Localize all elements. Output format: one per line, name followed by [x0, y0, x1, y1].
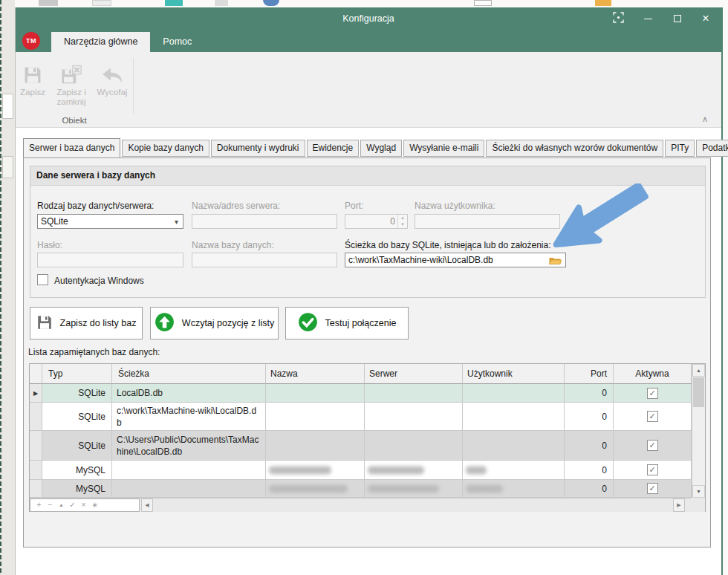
windows-auth-checkbox[interactable]	[37, 274, 48, 285]
username-label: Nazwa użytkownika:	[415, 201, 495, 211]
background-taskbar-icon	[39, 0, 58, 6]
sqlite-path-input[interactable]	[345, 253, 565, 267]
save-to-list-button[interactable]: Zapisz do listy baz	[30, 307, 143, 340]
scroll-up-button[interactable]: ▲	[692, 364, 705, 377]
ribbon-group-separator	[133, 58, 134, 114]
password-input	[37, 253, 183, 267]
ribbon-tabs: Narzędzia główne Pomoc	[51, 32, 204, 52]
db-type-value: SQLite	[38, 216, 68, 227]
window: Konfiguracja × TM Narzędzia główne Pomoc	[15, 7, 723, 575]
tab-serwer-i-baza-danych[interactable]: Serwer i baza danych	[23, 138, 120, 157]
tab-pity[interactable]: PITy	[665, 140, 695, 157]
browse-folder-button[interactable]	[548, 255, 563, 265]
collapse-ribbon-chevron-icon[interactable]: ∧	[702, 115, 708, 123]
active-checkbox[interactable]: ✓	[647, 483, 658, 494]
server-label: Nazwa/adres serwera:	[192, 201, 280, 211]
active-checkbox[interactable]: ✓	[647, 440, 658, 451]
chevron-down-icon: ▾	[175, 218, 183, 226]
ribbon-tab-pomoc[interactable]: Pomoc	[150, 32, 204, 52]
redacted-text	[368, 484, 439, 493]
dbname-label: Nazwa bazy danych:	[192, 240, 274, 250]
dbname-input	[192, 253, 337, 267]
background-window-fragment	[2, 94, 13, 119]
db-navigator: + − ▲ ✓ × ∗	[30, 498, 140, 512]
test-connection-label: Testuj połączenie	[325, 318, 397, 328]
grid-header-row: Typ Ścieżka Nazwa Serwer Użytkownik Port…	[30, 364, 705, 384]
windows-auth-label: Autentykacja Windows	[54, 276, 144, 286]
close-button[interactable]: ×	[693, 7, 718, 30]
background-taskbar-icon	[165, 0, 183, 6]
ribbon-tab-narzedzia-glowne[interactable]: Narzędzia główne	[51, 32, 150, 52]
tab-wyglad[interactable]: Wygląd	[360, 140, 402, 157]
focus-mode-button[interactable]	[605, 7, 631, 30]
save-icon	[23, 62, 42, 88]
scroll-right-button[interactable]: ▶	[673, 498, 685, 512]
active-checkbox[interactable]: ✓	[647, 411, 658, 422]
post-edit-button[interactable]: ✓	[67, 499, 78, 511]
green-check-icon	[298, 312, 318, 334]
save-and-close-button[interactable]: Zapisz i zamknij	[51, 58, 91, 120]
table-row[interactable]: ▶ SQLite LocalDB.db 0 ✓	[30, 384, 705, 403]
spin-down-icon[interactable]: ▼	[398, 221, 407, 228]
open-folder-icon	[548, 255, 562, 265]
port-label: Port:	[345, 201, 363, 211]
tab-sciezki-do-wlasnych-wzorow[interactable]: Ścieżki do własnych wzorów dokumentów	[486, 140, 663, 157]
redacted-text	[269, 484, 348, 493]
background-taskbar-icon	[263, 0, 279, 6]
tab-kopie-bazy-danych[interactable]: Kopie bazy danych	[122, 140, 209, 157]
undo-label: Wycofaj	[97, 88, 128, 97]
scroll-left-button[interactable]: ◀	[141, 498, 153, 512]
cancel-edit-button[interactable]: ×	[78, 499, 89, 511]
test-connection-button[interactable]: Testuj połączenie	[285, 307, 409, 340]
edit-row-button[interactable]: ▲	[56, 499, 67, 511]
focus-mode-icon	[613, 12, 624, 26]
save-label: Zapisz	[20, 88, 45, 97]
db-type-label: Rodzaj bazy danych/serwera:	[37, 201, 154, 211]
scrollbar-thumb[interactable]	[693, 377, 704, 407]
background-taskbar-icon	[215, 0, 228, 6]
grid-header-aktywna: Aktywna	[614, 364, 692, 384]
grid-header-uzytkownik: Użytkownik	[463, 364, 565, 384]
tab-dokumenty-i-wydruki[interactable]: Dokumenty i wydruki	[211, 140, 305, 157]
minimize-button[interactable]	[635, 7, 660, 30]
server-input	[192, 214, 337, 229]
db-type-combobox[interactable]: SQLite ▾	[37, 214, 183, 229]
sqlite-path-field	[345, 253, 566, 267]
active-checkbox[interactable]: ✓	[647, 464, 658, 475]
undo-button[interactable]: Wycofaj	[94, 58, 130, 120]
maximize-icon	[674, 15, 681, 22]
scroll-down-button[interactable]: ▼	[692, 485, 705, 498]
insert-row-button[interactable]: +	[33, 499, 45, 511]
save-button[interactable]: Zapisz	[17, 58, 48, 120]
table-row[interactable]: MySQL 0 ✓	[30, 480, 705, 498]
tab-wysylanie-e-maili[interactable]: Wysyłanie e-maili	[403, 140, 484, 157]
grid-header-indicator	[30, 364, 42, 384]
grid-header-sciezka: Ścieżka	[112, 364, 266, 384]
db-list-label: Lista zapamiętanych baz danych:	[28, 347, 160, 357]
password-label: Hasło:	[37, 240, 62, 250]
spin-up-icon[interactable]: ▲	[398, 215, 407, 221]
background-taskbar-icon	[474, 0, 492, 6]
background-taskbar-icon	[92, 0, 111, 6]
maximize-button[interactable]	[665, 7, 690, 30]
load-from-list-button[interactable]: Wczytaj pozycję z listy	[150, 307, 279, 340]
table-row[interactable]: MySQL 0 ✓	[30, 461, 705, 480]
table-row[interactable]: SQLite c:\work\TaxMachine-wiki\LocalDB.d…	[30, 403, 705, 431]
undo-icon	[100, 62, 124, 88]
settings-tab-strip: Serwer i baza danych Kopie bazy danych D…	[23, 138, 728, 157]
redacted-text	[466, 466, 487, 474]
green-up-arrow-icon	[155, 312, 175, 334]
tab-ewidencje[interactable]: Ewidencje	[307, 140, 360, 157]
ribbon-tab-row: TM Narzędzia główne Pomoc	[16, 30, 721, 52]
username-input	[415, 214, 560, 229]
table-row[interactable]: SQLite C:\Users\Public\Documents\TaxMach…	[30, 431, 705, 461]
refresh-button[interactable]: ∗	[89, 499, 100, 511]
active-checkbox[interactable]: ✓	[647, 388, 658, 399]
redacted-text	[368, 466, 424, 474]
redacted-text	[269, 466, 331, 474]
port-spinner: 0 ▲ ▼	[345, 214, 408, 229]
tab-podatki[interactable]: Podatki	[696, 140, 728, 157]
app-menu-button[interactable]: TM	[22, 32, 40, 50]
grid-header-typ: Typ	[42, 364, 112, 384]
delete-row-button[interactable]: −	[45, 499, 56, 511]
